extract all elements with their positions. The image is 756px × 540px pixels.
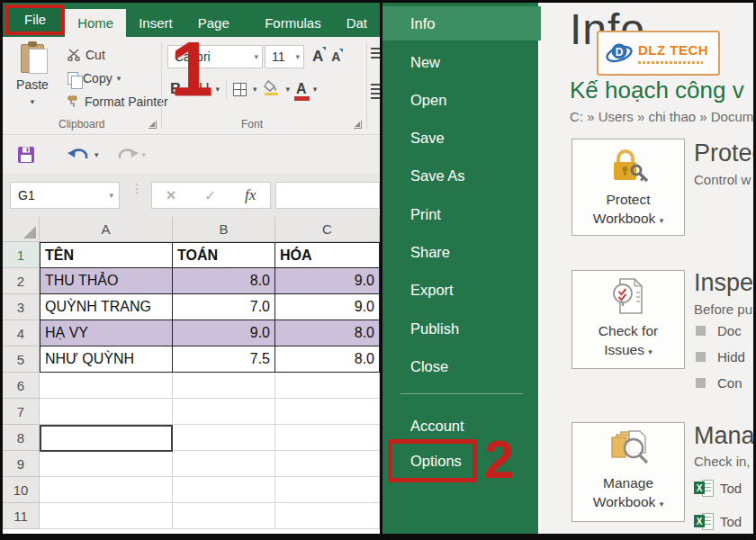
enter-icon[interactable]: ✓ [204,187,216,204]
borders-caret[interactable]: ▾ [253,85,257,94]
table-cell[interactable]: 7.0 [173,294,275,320]
empty-cell[interactable] [173,399,275,425]
table-cell[interactable]: NHƯ QUỲNH [40,346,173,373]
select-all-corner[interactable] [3,217,40,242]
name-box-caret[interactable]: ▾ [109,191,113,200]
table-cell[interactable]: 9.0 [275,268,380,294]
row-header-2[interactable]: 2 [3,268,40,294]
empty-cell[interactable] [275,373,380,399]
backstage-item-account[interactable]: Account [382,409,541,443]
copy-button[interactable]: Copy ▾ [68,71,121,86]
row-header-11[interactable]: 11 [3,503,40,529]
row-header-10[interactable]: 10 [3,477,40,503]
version-file-item[interactable]: X Tod [694,513,742,530]
paste-button[interactable]: Paste ▾ [8,42,57,129]
selected-cell-a8[interactable] [40,425,173,452]
row-header-3[interactable]: 3 [3,294,40,320]
undo-button[interactable] [68,147,91,163]
format-painter-button[interactable]: Format Painter [68,94,168,109]
undo-caret[interactable]: ▾ [94,150,99,159]
fill-color-icon[interactable] [264,80,280,99]
backstage-item-new[interactable]: New [382,45,541,79]
backstage-item-export[interactable]: Export [382,273,541,307]
font-dialog-launcher[interactable] [354,121,362,129]
manage-workbook-button[interactable]: Manage Workbook ▾ [572,422,685,522]
empty-cell[interactable] [40,503,173,529]
formula-input[interactable] [275,182,380,209]
font-name-caret[interactable]: ▾ [254,52,258,61]
empty-cell[interactable] [173,451,275,477]
backstage-item-info[interactable]: Info [382,6,541,40]
row-header-5[interactable]: 5 [3,346,40,373]
column-header-c[interactable]: C [275,217,380,242]
tab-dat[interactable]: Dat [334,9,380,37]
backstage-item-save-as[interactable]: Save As [382,158,541,193]
check-for-issues-button[interactable]: Check for Issues ▾ [572,270,685,369]
font-size-combo[interactable]: 11 ▾ [265,45,304,68]
row-header-8[interactable]: 8 [3,425,40,451]
row-header-1[interactable]: 1 [3,242,40,268]
grow-font-button[interactable]: A [312,48,323,66]
table-cell[interactable]: 9.0 [275,294,380,320]
redo-button[interactable] [115,147,139,163]
backstage-item-publish[interactable]: Publish [382,311,541,346]
insert-function-icon[interactable]: fx [245,186,256,204]
fill-color-caret[interactable]: ▾ [286,85,291,94]
column-header-b[interactable]: B [173,217,275,242]
font-color-caret[interactable]: ▾ [313,85,318,94]
empty-cell[interactable] [40,477,173,503]
empty-cell[interactable] [40,373,173,399]
backstage-item-open[interactable]: Open [382,83,541,117]
empty-cell[interactable] [275,503,380,529]
save-button[interactable] [17,146,35,164]
cut-button[interactable]: Cut [68,48,105,62]
empty-cell[interactable] [275,451,380,477]
table-cell[interactable]: 9.0 [173,320,275,346]
protect-workbook-button[interactable]: Protect Workbook ▾ [572,139,685,236]
table-cell[interactable]: THU THẢO [40,268,173,294]
tab-formulas[interactable]: Formulas [252,9,334,37]
formula-bar-handle[interactable]: ⋮ [130,184,143,192]
font-color-button[interactable]: A [296,83,307,95]
empty-cell[interactable] [173,477,275,503]
table-header-cell[interactable]: HÓA [275,242,380,268]
tab-home[interactable]: Home [65,9,126,37]
table-cell[interactable]: 8.0 [173,268,275,294]
backstage-item-print[interactable]: Print [382,197,541,231]
table-header-cell[interactable]: TOÁN [173,242,275,268]
shrink-font-button[interactable]: A [331,50,340,64]
borders-icon[interactable] [233,83,247,96]
paste-dropdown-caret[interactable]: ▾ [31,97,35,106]
underline-caret[interactable]: ▾ [216,85,220,94]
empty-cell[interactable] [40,399,173,425]
empty-cell[interactable] [275,425,380,451]
copy-dropdown-caret[interactable]: ▾ [117,74,122,83]
empty-cell[interactable] [173,503,275,529]
redo-caret[interactable]: ▾ [142,150,147,159]
backstage-item-save[interactable]: Save [382,121,541,155]
cancel-icon[interactable]: × [166,186,176,205]
font-size-caret[interactable]: ▾ [295,52,300,61]
empty-cell[interactable] [173,425,275,451]
table-cell[interactable]: HẠ VY [40,320,173,346]
clipboard-dialog-launcher[interactable] [148,121,157,129]
empty-cell[interactable] [275,477,380,503]
backstage-item-close[interactable]: Close [382,349,541,383]
empty-cell[interactable] [173,373,275,399]
table-cell[interactable]: 8.0 [275,346,380,373]
empty-cell[interactable] [275,399,380,425]
name-box[interactable]: G1 ▾ [10,182,120,209]
column-header-a[interactable]: A [40,217,173,242]
tab-file[interactable]: File [5,4,65,35]
table-cell[interactable]: 8.0 [275,320,380,346]
row-header-6[interactable]: 6 [3,373,40,399]
empty-cell[interactable] [40,451,173,477]
table-cell[interactable]: QUỲNH TRANG [40,294,173,320]
version-file-item[interactable]: X Tod [694,480,742,497]
row-header-4[interactable]: 4 [3,320,40,346]
backstage-item-share[interactable]: Share [382,235,541,269]
row-header-7[interactable]: 7 [3,399,40,425]
table-header-cell[interactable]: TÊN [40,242,173,268]
row-header-9[interactable]: 9 [3,451,40,477]
table-cell[interactable]: 7.5 [173,346,275,373]
